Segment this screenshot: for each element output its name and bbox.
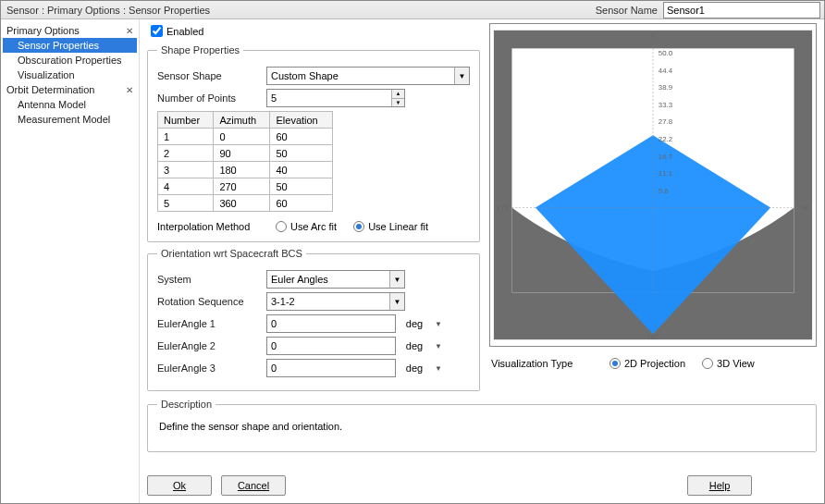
sensor-shape-value[interactable]	[266, 67, 470, 85]
table-cell[interactable]: 2	[158, 145, 214, 162]
viz-2d-radio[interactable]: 2D Projection	[610, 358, 685, 369]
table-row[interactable]: 536060	[158, 195, 333, 212]
sensor-name-label: Sensor Name	[590, 3, 663, 18]
unit-dropdown-icon[interactable]: ▼	[433, 364, 444, 373]
unit-label: deg	[403, 318, 425, 329]
euler-angle-2-label: EulerAngle 2	[157, 340, 259, 351]
title-bar: Sensor : Primary Options : Sensor Proper…	[1, 1, 824, 19]
viz-2d-projection: 50.044.438.933.327.822.216.711.15.6 0 90…	[489, 23, 817, 347]
orientation-legend: Orientation wrt Spacecraft BCS	[157, 248, 306, 259]
num-points-input[interactable]	[266, 89, 405, 107]
table-header-number: Number	[158, 112, 214, 129]
spin-up-icon[interactable]: ▲	[391, 90, 404, 99]
euler-angle-3-input[interactable]	[266, 359, 396, 377]
system-label: System	[157, 274, 259, 285]
interp-arc-radio[interactable]: Use Arc fit	[276, 221, 337, 232]
ring-tick: 16.7	[659, 153, 672, 161]
table-header-azimuth: Azimuth	[214, 112, 270, 129]
ring-tick: 22.2	[659, 135, 672, 143]
enabled-checkbox[interactable]	[151, 25, 163, 37]
collapse-icon: ✕	[126, 26, 133, 36]
shape-properties-group: Shape Properties Sensor Shape ▼ Number o…	[147, 44, 480, 242]
interp-linear-radio[interactable]: Use Linear fit	[353, 221, 428, 232]
dropdown-icon[interactable]: ▼	[389, 293, 404, 310]
num-points-spinner[interactable]: ▲▼	[266, 89, 405, 107]
ring-tick: 50.0	[659, 49, 673, 57]
dropdown-icon[interactable]: ▼	[454, 68, 469, 84]
euler-angle-1-label: EulerAngle 1	[157, 318, 259, 329]
sensor-shape-label: Sensor Shape	[157, 70, 259, 81]
table-row[interactable]: 318040	[158, 162, 333, 178]
rot-seq-select[interactable]: ▼	[266, 292, 405, 311]
viz-type-label: Visualization Type	[491, 358, 593, 369]
table-cell[interactable]: 360	[214, 195, 270, 212]
help-button[interactable]: Help	[687, 475, 752, 496]
tree-group-orbit-determination[interactable]: Orbit Determination ✕	[3, 82, 137, 97]
table-cell[interactable]: 180	[214, 162, 270, 178]
ok-button[interactable]: Ok	[147, 475, 212, 496]
tree-item-measurement-model[interactable]: Measurement Model	[3, 112, 137, 127]
cancel-button[interactable]: Cancel	[221, 475, 286, 496]
tree-item-visualization[interactable]: Visualization	[3, 68, 137, 82]
euler-angle-2-input[interactable]	[266, 337, 396, 355]
table-row[interactable]: 29050	[158, 145, 333, 162]
euler-angle-3-label: EulerAngle 3	[157, 363, 259, 374]
radio-label: 3D View	[717, 358, 755, 369]
orientation-group: Orientation wrt Spacecraft BCS System ▼ …	[147, 248, 480, 391]
ring-tick: 44.4	[659, 67, 673, 75]
ring-tick: 38.9	[659, 83, 672, 92]
points-table[interactable]: Number Azimuth Elevation 106029050318040…	[157, 111, 333, 212]
unit-dropdown-icon[interactable]: ▼	[433, 320, 444, 328]
radio-label: Use Arc fit	[290, 221, 337, 232]
system-select[interactable]: ▼	[266, 270, 405, 289]
axis-top-label: 0	[651, 31, 656, 40]
tree-item-sensor-properties[interactable]: Sensor Properties	[3, 38, 137, 53]
viz-3d-radio[interactable]: 3D View	[702, 358, 755, 369]
table-cell[interactable]: 1	[158, 129, 214, 145]
nav-tree: Primary Options ✕ Sensor Properties Obsc…	[1, 19, 140, 503]
table-cell[interactable]: 60	[270, 129, 333, 145]
rot-seq-label: Rotation Sequence	[157, 296, 259, 307]
tree-group-label: Primary Options	[6, 25, 80, 36]
table-cell[interactable]: 40	[270, 162, 333, 178]
table-cell[interactable]: 60	[270, 195, 333, 212]
system-value[interactable]	[266, 270, 405, 289]
table-header-elevation: Elevation	[270, 112, 333, 129]
ring-tick: 5.6	[659, 187, 669, 195]
table-cell[interactable]: 0	[214, 129, 270, 145]
table-cell[interactable]: 3	[158, 162, 214, 178]
table-cell[interactable]: 90	[214, 145, 270, 162]
unit-label: deg	[403, 363, 425, 374]
tree-item-antenna-model[interactable]: Antenna Model	[3, 97, 137, 112]
description-legend: Description	[157, 399, 215, 410]
radio-label: Use Linear fit	[368, 221, 428, 232]
radio-label: 2D Projection	[624, 358, 685, 369]
table-cell[interactable]: 4	[158, 178, 214, 195]
interp-method-label: Interpolation Method	[157, 221, 259, 232]
tree-group-primary-options[interactable]: Primary Options ✕	[3, 23, 137, 38]
description-group: Description Define the sensor shape and …	[147, 399, 817, 452]
table-row[interactable]: 427050	[158, 178, 333, 195]
tree-item-obscuration-properties[interactable]: Obscuration Properties	[3, 53, 137, 68]
axis-left-label: 270	[497, 203, 510, 212]
main-panel: Enabled Shape Properties Sensor Shape ▼ …	[140, 19, 824, 503]
ring-tick: 11.1	[659, 169, 672, 178]
table-cell[interactable]: 5	[158, 195, 214, 212]
tree-group-label: Orbit Determination	[6, 84, 94, 95]
sensor-name-input[interactable]	[663, 2, 820, 18]
breadcrumb: Sensor : Primary Options : Sensor Proper…	[1, 3, 590, 18]
num-points-label: Number of Points	[157, 92, 259, 104]
euler-angle-1-input[interactable]	[266, 314, 396, 333]
axis-right-label: 90	[801, 203, 809, 212]
dropdown-icon[interactable]: ▼	[389, 271, 404, 288]
description-text: Define the sensor shape and orientation.	[157, 417, 807, 436]
sensor-shape-select[interactable]: ▼	[266, 67, 470, 85]
ring-tick: 27.8	[659, 117, 672, 126]
table-row[interactable]: 1060	[158, 129, 333, 145]
unit-dropdown-icon[interactable]: ▼	[433, 342, 444, 350]
spin-down-icon[interactable]: ▼	[391, 99, 404, 107]
rot-seq-value[interactable]	[266, 292, 405, 311]
table-cell[interactable]: 50	[270, 145, 333, 162]
table-cell[interactable]: 50	[270, 178, 333, 195]
table-cell[interactable]: 270	[214, 178, 270, 195]
